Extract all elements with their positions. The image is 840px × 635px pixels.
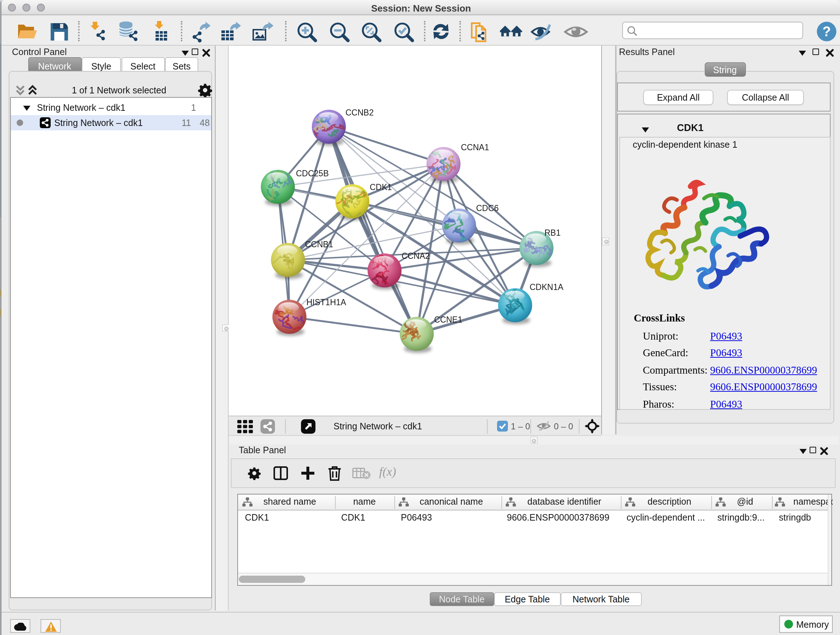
svg-text:HIST1H1A: HIST1H1A [306, 298, 347, 307]
svg-text:?: ? [822, 24, 830, 39]
svg-text:CCNA1: CCNA1 [461, 143, 489, 152]
svg-text:CCNB2: CCNB2 [346, 108, 374, 117]
svg-text:RB1: RB1 [545, 228, 561, 238]
svg-text:CDKN1A: CDKN1A [530, 282, 564, 292]
svg-text:CCNE1: CCNE1 [434, 315, 462, 325]
svg-text:CCNA2: CCNA2 [401, 251, 430, 261]
svg-text:CCNB1: CCNB1 [305, 240, 333, 249]
svg-text:CDK1: CDK1 [370, 182, 392, 192]
svg-text:CDC25B: CDC25B [296, 169, 329, 178]
svg-text:CDC6: CDC6 [476, 203, 499, 213]
